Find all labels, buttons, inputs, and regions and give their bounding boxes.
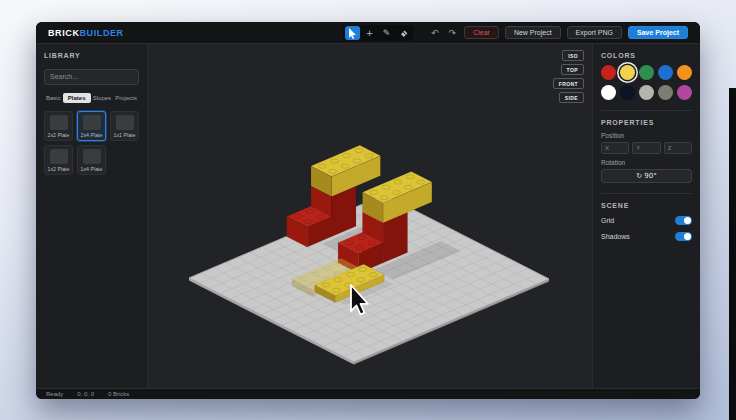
- tab-projects[interactable]: Projects: [113, 93, 139, 103]
- grid-label: Grid: [601, 217, 614, 224]
- grid-toggle[interactable]: [675, 216, 692, 225]
- colors-title: COLORS: [601, 52, 692, 59]
- color-swatch-blue[interactable]: [658, 65, 673, 80]
- color-swatch-yellow[interactable]: [620, 65, 635, 80]
- view-button-top[interactable]: TOP: [561, 64, 584, 75]
- status-brick-count: 0 Bricks: [108, 391, 129, 397]
- app-body: LIBRARY Basic Plates Slopes Projects 2x2…: [36, 44, 700, 388]
- color-swatch-green[interactable]: [639, 65, 654, 80]
- divider: [601, 110, 692, 111]
- screen-edge-strip: [729, 88, 736, 420]
- tool-group: + ✎: [343, 25, 413, 41]
- brick-thumbnail: [83, 149, 101, 164]
- color-swatches: [601, 65, 692, 100]
- library-item-1x1-plate[interactable]: 1x1 Plate: [110, 111, 139, 141]
- add-tool-button[interactable]: +: [362, 26, 377, 40]
- app-logo: BRICKBUILDER: [48, 28, 124, 38]
- plus-icon: +: [366, 28, 374, 38]
- item-label: 2x2 Plate: [48, 132, 70, 137]
- status-bar: Ready 0, 0, 0 0 Bricks: [36, 388, 700, 399]
- color-swatch-black[interactable]: [620, 85, 635, 100]
- library-panel: LIBRARY Basic Plates Slopes Projects 2x2…: [36, 44, 148, 388]
- library-tabs: Basic Plates Slopes Projects: [44, 93, 139, 103]
- brick-thumbnail: [116, 115, 134, 130]
- library-title: LIBRARY: [44, 52, 139, 59]
- library-items: 2x2 Plate 2x4 Plate 1x1 Plate 1x2 Plate: [44, 111, 139, 175]
- app-window: BRICKBUILDER + ✎: [36, 22, 700, 399]
- tab-basic[interactable]: Basic: [44, 93, 63, 103]
- header-actions: ↶ ↷ Clear New Project Export PNG Save Pr…: [429, 26, 688, 39]
- viewport-3d[interactable]: ISO TOP FRONT SIDE: [148, 44, 592, 388]
- rotation-label: Rotation: [601, 159, 692, 166]
- position-x-field[interactable]: [601, 142, 629, 154]
- cursor-icon: [348, 28, 357, 39]
- color-swatch-red[interactable]: [601, 65, 616, 80]
- library-item-1x2-plate[interactable]: 1x2 Plate: [44, 145, 73, 175]
- position-inputs: [601, 142, 692, 154]
- library-item-2x4-plate[interactable]: 2x4 Plate: [77, 111, 106, 141]
- select-tool-button[interactable]: [345, 26, 360, 40]
- eraser-icon: [399, 28, 409, 38]
- brush-icon: ✎: [383, 28, 391, 38]
- shadows-label: Shadows: [601, 233, 630, 240]
- logo-builder: BUILDER: [80, 28, 124, 38]
- tab-plates[interactable]: Plates: [63, 93, 91, 103]
- color-swatch-gray[interactable]: [658, 85, 673, 100]
- view-button-side[interactable]: SIDE: [559, 92, 584, 103]
- position-label: Position: [601, 132, 692, 139]
- new-project-button[interactable]: New Project: [505, 26, 561, 39]
- status-coordinates: 0, 0, 0: [77, 391, 94, 397]
- position-y-field[interactable]: [632, 142, 660, 154]
- item-label: 1x2 Plate: [48, 166, 70, 171]
- view-button-front[interactable]: FRONT: [553, 78, 584, 89]
- rotate-90-button[interactable]: ↻ 90°: [601, 169, 692, 183]
- shadows-toggle[interactable]: [675, 232, 692, 241]
- brick-thumbnail: [50, 149, 68, 164]
- color-swatch-magenta[interactable]: [677, 85, 692, 100]
- item-label: 2x4 Plate: [81, 132, 103, 137]
- inspector-panel: COLORS PROPERTIES Position: [592, 44, 700, 388]
- color-swatch-orange[interactable]: [677, 65, 692, 80]
- brick-thumbnail: [83, 115, 101, 130]
- desktop-background: BRICKBUILDER + ✎: [0, 0, 736, 420]
- redo-icon[interactable]: ↷: [447, 28, 459, 38]
- tab-slopes[interactable]: Slopes: [91, 93, 113, 103]
- erase-tool-button[interactable]: [396, 26, 411, 40]
- properties-title: PROPERTIES: [601, 119, 692, 126]
- search-input[interactable]: [44, 69, 139, 85]
- status-ready: Ready: [46, 391, 63, 397]
- item-label: 1x1 Plate: [114, 132, 136, 137]
- grid-toggle-row: Grid: [601, 216, 692, 225]
- header-bar: BRICKBUILDER + ✎: [36, 22, 700, 44]
- logo-brick: BRICK: [48, 28, 80, 38]
- color-swatch-lightgray[interactable]: [639, 85, 654, 100]
- scene-title: SCENE: [601, 202, 692, 209]
- divider: [601, 193, 692, 194]
- library-item-2x2-plate[interactable]: 2x2 Plate: [44, 111, 73, 141]
- paint-tool-button[interactable]: ✎: [379, 26, 394, 40]
- item-label: 1x4 Plate: [81, 166, 103, 171]
- library-item-1x4-plate[interactable]: 1x4 Plate: [77, 145, 106, 175]
- color-swatch-white[interactable]: [601, 85, 616, 100]
- export-png-button[interactable]: Export PNG: [567, 26, 622, 39]
- view-buttons: ISO TOP FRONT SIDE: [553, 50, 584, 103]
- shadows-toggle-row: Shadows: [601, 232, 692, 241]
- clear-button[interactable]: Clear: [464, 26, 499, 39]
- view-button-iso[interactable]: ISO: [562, 50, 584, 61]
- brick-thumbnail: [50, 115, 68, 130]
- save-project-button[interactable]: Save Project: [628, 26, 688, 39]
- viewport-3d-scene[interactable]: [148, 44, 590, 388]
- position-z-field[interactable]: [664, 142, 692, 154]
- undo-icon[interactable]: ↶: [429, 28, 441, 38]
